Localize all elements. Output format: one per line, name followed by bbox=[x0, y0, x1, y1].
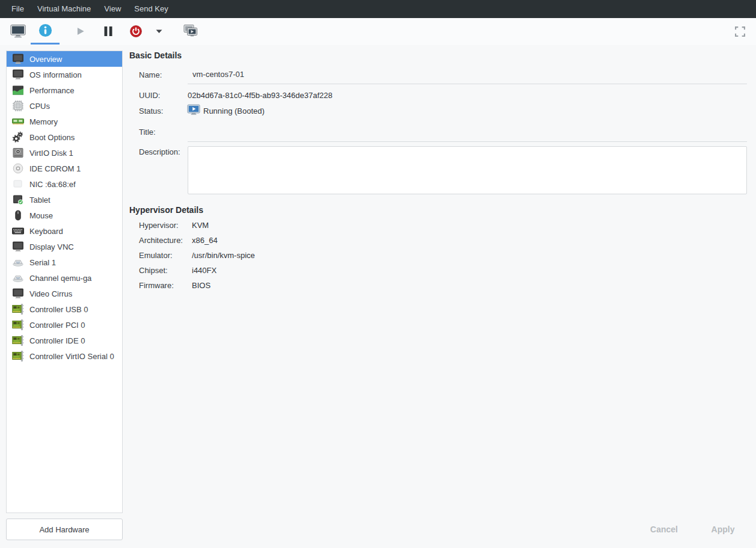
firmware-value: BIOS bbox=[192, 281, 211, 290]
sidebar-item-keyboard[interactable]: Keyboard bbox=[7, 223, 122, 239]
console-monitor-icon bbox=[10, 24, 26, 38]
serial-port-icon bbox=[11, 271, 25, 285]
screens-icon bbox=[182, 24, 198, 38]
run-vm-button[interactable] bbox=[67, 18, 94, 45]
sidebar-item-overview[interactable]: Overview bbox=[7, 51, 122, 67]
sidebar-item-display-vnc[interactable]: Display VNC bbox=[7, 239, 122, 254]
sidebar-item-controller-pci-0[interactable]: Controller PCI 0 bbox=[7, 317, 122, 333]
tablet-icon bbox=[11, 193, 25, 206]
sidebar-item-label: Memory bbox=[29, 117, 58, 126]
fullscreen-button[interactable] bbox=[730, 18, 750, 45]
gears-icon bbox=[11, 131, 25, 144]
add-hardware-button[interactable]: Add Hardware bbox=[6, 519, 123, 540]
pause-vm-button[interactable] bbox=[95, 18, 121, 45]
disk-icon bbox=[11, 146, 25, 159]
sidebar-item-label: Controller IDE 0 bbox=[29, 336, 85, 345]
description-input[interactable] bbox=[188, 146, 747, 194]
sidebar-item-label: VirtIO Disk 1 bbox=[29, 149, 73, 158]
menu-virtual-machine[interactable]: Virtual Machine bbox=[31, 0, 97, 18]
keyboard-icon bbox=[11, 224, 25, 238]
performance-chart-icon bbox=[11, 84, 25, 97]
sidebar-item-label: CPUs bbox=[29, 102, 50, 111]
uuid-value: 02b4d67a-81c0-4f5b-ab93-346de37af228 bbox=[188, 91, 333, 100]
monitor-icon bbox=[11, 287, 25, 300]
sidebar-item-label: IDE CDROM 1 bbox=[29, 164, 81, 173]
sidebar-item-label: Display VNC bbox=[29, 242, 74, 251]
sidebar-item-mouse[interactable]: Mouse bbox=[7, 208, 122, 223]
pause-icon bbox=[103, 26, 114, 37]
sidebar-item-label: Controller VirtIO Serial 0 bbox=[29, 352, 114, 361]
menu-view[interactable]: View bbox=[97, 0, 128, 18]
sidebar-item-performance[interactable]: Performance bbox=[7, 82, 122, 98]
sidebar-item-tablet[interactable]: Tablet bbox=[7, 192, 122, 208]
running-vm-icon bbox=[187, 104, 200, 116]
screens-button[interactable] bbox=[177, 18, 203, 45]
architecture-value: x86_64 bbox=[192, 236, 218, 245]
shutdown-power-icon bbox=[130, 25, 142, 37]
firmware-label: Firmware: bbox=[139, 281, 174, 290]
sidebar-item-virtio-disk-1[interactable]: VirtIO Disk 1 bbox=[7, 145, 122, 161]
toolbar bbox=[0, 18, 756, 45]
controller-card-icon bbox=[11, 349, 25, 363]
details-info-icon bbox=[38, 23, 52, 37]
sidebar-item-channel-qemu-ga[interactable]: Channel qemu-ga bbox=[7, 270, 122, 286]
hypervisor-value: KVM bbox=[192, 221, 209, 230]
emulator-label: Emulator: bbox=[139, 251, 173, 260]
monitor-icon bbox=[11, 52, 25, 66]
monitor-icon bbox=[11, 240, 25, 253]
sidebar-item-video-cirrus[interactable]: Video Cirrus bbox=[7, 286, 122, 301]
cpu-icon bbox=[11, 99, 25, 112]
sidebar-item-label: Keyboard bbox=[29, 227, 63, 236]
cancel-button[interactable]: Cancel bbox=[642, 521, 686, 538]
menu-bar: File Virtual Machine View Send Key bbox=[0, 0, 756, 18]
sidebar-item-label: Performance bbox=[29, 86, 74, 95]
sidebar-item-label: Video Cirrus bbox=[29, 289, 72, 298]
shutdown-menu-button[interactable] bbox=[150, 18, 167, 45]
sidebar-item-label: NIC :6a:68:ef bbox=[29, 180, 76, 189]
sidebar-item-boot-options[interactable]: Boot Options bbox=[7, 129, 122, 145]
hypervisor-details-heading: Hypervisor Details bbox=[129, 205, 203, 215]
show-console-button[interactable] bbox=[5, 18, 31, 45]
sidebar-item-label: OS information bbox=[29, 70, 82, 79]
sidebar-item-controller-virtio-serial-0[interactable]: Controller VirtIO Serial 0 bbox=[7, 348, 122, 364]
menu-send-key[interactable]: Send Key bbox=[128, 0, 174, 18]
sidebar-item-label: Controller PCI 0 bbox=[29, 321, 85, 330]
sidebar-item-label: Boot Options bbox=[29, 133, 75, 142]
name-input[interactable] bbox=[188, 66, 747, 84]
title-label: Title: bbox=[139, 128, 156, 137]
vm-details-window: File Virtual Machine View Send Key Overv… bbox=[0, 0, 756, 548]
sidebar-item-cpus[interactable]: CPUs bbox=[7, 98, 122, 114]
title-input[interactable] bbox=[188, 124, 747, 142]
nic-icon bbox=[11, 177, 25, 191]
name-label: Name: bbox=[139, 70, 162, 79]
apply-button[interactable]: Apply bbox=[701, 521, 745, 538]
sidebar-item-label: Serial 1 bbox=[29, 258, 56, 267]
cdrom-icon bbox=[11, 162, 25, 175]
description-label: Description: bbox=[139, 147, 180, 156]
menu-file[interactable]: File bbox=[5, 0, 31, 18]
mouse-icon bbox=[11, 209, 25, 222]
sidebar-item-memory[interactable]: Memory bbox=[7, 114, 122, 129]
controller-card-icon bbox=[11, 334, 25, 347]
controller-card-icon bbox=[11, 303, 25, 316]
controller-card-icon bbox=[11, 318, 25, 331]
sidebar-item-ide-cdrom-1[interactable]: IDE CDROM 1 bbox=[7, 161, 122, 176]
show-details-button[interactable] bbox=[31, 18, 60, 45]
sidebar-item-label: Channel qemu-ga bbox=[29, 274, 91, 283]
status-label: Status: bbox=[139, 106, 163, 115]
chipset-value: i440FX bbox=[192, 266, 217, 275]
architecture-label: Architecture: bbox=[139, 236, 183, 245]
chevron-down-icon bbox=[155, 29, 163, 34]
sidebar-item-controller-usb-0[interactable]: Controller USB 0 bbox=[7, 301, 122, 317]
shutdown-vm-button[interactable] bbox=[123, 18, 149, 45]
sidebar-item-serial-1[interactable]: Serial 1 bbox=[7, 254, 122, 270]
sidebar-item-nic[interactable]: NIC :6a:68:ef bbox=[7, 176, 122, 192]
monitor-icon bbox=[11, 68, 25, 81]
sidebar-item-label: Controller USB 0 bbox=[29, 305, 88, 314]
fullscreen-icon bbox=[735, 26, 745, 37]
hypervisor-label: Hypervisor: bbox=[139, 221, 179, 230]
run-play-icon bbox=[76, 26, 85, 36]
sidebar-item-os-information[interactable]: OS information bbox=[7, 67, 122, 82]
sidebar-item-controller-ide-0[interactable]: Controller IDE 0 bbox=[7, 333, 122, 348]
status-value: Running (Booted) bbox=[203, 106, 265, 115]
